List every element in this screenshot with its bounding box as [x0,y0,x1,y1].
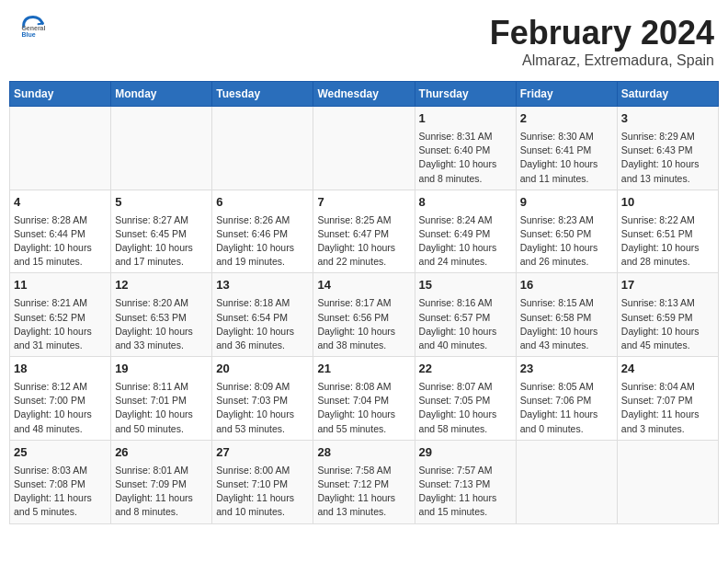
day-info: Sunrise: 8:08 AM Sunset: 7:04 PM Dayligh… [317,380,410,436]
day-info: Sunrise: 8:07 AM Sunset: 7:05 PM Dayligh… [419,380,512,436]
day-number: 9 [520,194,613,212]
day-number: 5 [115,194,208,212]
day-number: 26 [115,444,208,462]
day-number: 28 [317,444,410,462]
calendar-cell: 21Sunrise: 8:08 AM Sunset: 7:04 PM Dayli… [313,357,415,441]
calendar-cell: 17Sunrise: 8:13 AM Sunset: 6:59 PM Dayli… [617,273,718,357]
day-number: 15 [419,277,512,294]
calendar-cell: 20Sunrise: 8:09 AM Sunset: 7:03 PM Dayli… [212,357,313,441]
day-info: Sunrise: 7:58 AM Sunset: 7:12 PM Dayligh… [317,464,410,520]
calendar-cell: 26Sunrise: 8:01 AM Sunset: 7:09 PM Dayli… [111,440,212,523]
calendar-cell: 15Sunrise: 8:16 AM Sunset: 6:57 PM Dayli… [415,273,516,357]
page-header: General Blue February 2024 Almaraz, Extr… [9,9,719,74]
calendar-cell [212,107,313,190]
day-number: 22 [419,361,512,378]
day-number: 21 [317,361,410,378]
svg-text:Blue: Blue [21,31,35,38]
day-number: 17 [621,277,714,294]
calendar-week-row: 25Sunrise: 8:03 AM Sunset: 7:08 PM Dayli… [10,440,719,523]
day-info: Sunrise: 8:30 AM Sunset: 6:41 PM Dayligh… [520,130,613,186]
day-number: 27 [216,444,309,462]
day-number: 8 [419,194,512,212]
calendar-week-row: 1Sunrise: 8:31 AM Sunset: 6:40 PM Daylig… [10,107,719,190]
logo-icon: General Blue [20,14,46,40]
day-number: 1 [419,110,512,128]
day-info: Sunrise: 8:13 AM Sunset: 6:59 PM Dayligh… [621,296,714,352]
calendar-week-row: 18Sunrise: 8:12 AM Sunset: 7:00 PM Dayli… [10,357,719,441]
day-number: 18 [14,361,107,378]
logo: General Blue [18,14,46,43]
calendar-cell: 13Sunrise: 8:18 AM Sunset: 6:54 PM Dayli… [212,273,313,357]
day-info: Sunrise: 8:05 AM Sunset: 7:06 PM Dayligh… [520,380,613,436]
day-info: Sunrise: 8:11 AM Sunset: 7:01 PM Dayligh… [115,380,208,436]
calendar-cell: 14Sunrise: 8:17 AM Sunset: 6:56 PM Dayli… [313,273,415,357]
day-number: 10 [621,194,714,212]
title-block: February 2024 Almaraz, Extremadura, Spai… [490,14,714,69]
day-number: 20 [216,361,309,378]
calendar-cell: 28Sunrise: 7:58 AM Sunset: 7:12 PM Dayli… [313,440,415,523]
day-number: 12 [115,277,208,294]
calendar-cell: 16Sunrise: 8:15 AM Sunset: 6:58 PM Dayli… [516,273,617,357]
day-info: Sunrise: 8:21 AM Sunset: 6:52 PM Dayligh… [14,296,107,352]
calendar-cell: 12Sunrise: 8:20 AM Sunset: 6:53 PM Dayli… [111,273,212,357]
day-info: Sunrise: 8:24 AM Sunset: 6:49 PM Dayligh… [419,213,512,270]
month-title: February 2024 [490,14,714,52]
calendar-cell: 24Sunrise: 8:04 AM Sunset: 7:07 PM Dayli… [617,357,718,441]
calendar-cell: 9Sunrise: 8:23 AM Sunset: 6:50 PM Daylig… [516,190,617,273]
day-number: 3 [621,110,714,128]
location-title: Almaraz, Extremadura, Spain [490,52,714,69]
day-info: Sunrise: 8:00 AM Sunset: 7:10 PM Dayligh… [216,464,309,520]
day-number: 4 [14,194,107,212]
day-number: 24 [621,361,714,378]
weekday-header: Wednesday [313,82,415,107]
day-info: Sunrise: 7:57 AM Sunset: 7:13 PM Dayligh… [419,464,512,520]
day-info: Sunrise: 8:04 AM Sunset: 7:07 PM Dayligh… [621,380,714,436]
calendar-cell: 2Sunrise: 8:30 AM Sunset: 6:41 PM Daylig… [516,107,617,190]
day-info: Sunrise: 8:18 AM Sunset: 6:54 PM Dayligh… [216,296,309,352]
calendar-cell: 6Sunrise: 8:26 AM Sunset: 6:46 PM Daylig… [212,190,313,273]
day-number: 19 [115,361,208,378]
calendar-table: SundayMondayTuesdayWednesdayThursdayFrid… [9,81,719,524]
day-info: Sunrise: 8:25 AM Sunset: 6:47 PM Dayligh… [317,213,410,270]
calendar-cell: 11Sunrise: 8:21 AM Sunset: 6:52 PM Dayli… [10,273,111,357]
calendar-cell: 1Sunrise: 8:31 AM Sunset: 6:40 PM Daylig… [415,107,516,190]
weekday-header: Friday [516,82,617,107]
day-info: Sunrise: 8:23 AM Sunset: 6:50 PM Dayligh… [520,213,613,270]
day-number: 7 [317,194,410,212]
day-info: Sunrise: 8:09 AM Sunset: 7:03 PM Dayligh… [216,380,309,436]
svg-text:General: General [21,25,45,31]
calendar-week-row: 11Sunrise: 8:21 AM Sunset: 6:52 PM Dayli… [10,273,719,357]
day-number: 2 [520,110,613,128]
calendar-cell [10,107,111,190]
day-number: 25 [14,444,107,462]
weekday-header: Sunday [10,82,111,107]
day-info: Sunrise: 8:16 AM Sunset: 6:57 PM Dayligh… [419,296,512,352]
calendar-cell [516,440,617,523]
weekday-header: Saturday [617,82,718,107]
day-info: Sunrise: 8:03 AM Sunset: 7:08 PM Dayligh… [14,464,107,520]
day-info: Sunrise: 8:27 AM Sunset: 6:45 PM Dayligh… [115,213,208,270]
weekday-header-row: SundayMondayTuesdayWednesdayThursdayFrid… [10,82,719,107]
day-info: Sunrise: 8:12 AM Sunset: 7:00 PM Dayligh… [14,380,107,436]
day-number: 13 [216,277,309,294]
calendar-cell [313,107,415,190]
calendar-cell: 23Sunrise: 8:05 AM Sunset: 7:06 PM Dayli… [516,357,617,441]
weekday-header: Monday [111,82,212,107]
day-info: Sunrise: 8:17 AM Sunset: 6:56 PM Dayligh… [317,296,410,352]
calendar-cell: 7Sunrise: 8:25 AM Sunset: 6:47 PM Daylig… [313,190,415,273]
day-number: 23 [520,361,613,378]
calendar-cell: 25Sunrise: 8:03 AM Sunset: 7:08 PM Dayli… [10,440,111,523]
weekday-header: Thursday [415,82,516,107]
day-info: Sunrise: 8:26 AM Sunset: 6:46 PM Dayligh… [216,213,309,270]
calendar-cell: 5Sunrise: 8:27 AM Sunset: 6:45 PM Daylig… [111,190,212,273]
calendar-cell: 8Sunrise: 8:24 AM Sunset: 6:49 PM Daylig… [415,190,516,273]
day-number: 29 [419,444,512,462]
calendar-cell: 18Sunrise: 8:12 AM Sunset: 7:00 PM Dayli… [10,357,111,441]
day-info: Sunrise: 8:20 AM Sunset: 6:53 PM Dayligh… [115,296,208,352]
day-info: Sunrise: 8:31 AM Sunset: 6:40 PM Dayligh… [419,130,512,186]
day-info: Sunrise: 8:22 AM Sunset: 6:51 PM Dayligh… [621,213,714,270]
calendar-cell: 29Sunrise: 7:57 AM Sunset: 7:13 PM Dayli… [415,440,516,523]
day-info: Sunrise: 8:29 AM Sunset: 6:43 PM Dayligh… [621,130,714,186]
calendar-cell: 3Sunrise: 8:29 AM Sunset: 6:43 PM Daylig… [617,107,718,190]
calendar-cell: 4Sunrise: 8:28 AM Sunset: 6:44 PM Daylig… [10,190,111,273]
